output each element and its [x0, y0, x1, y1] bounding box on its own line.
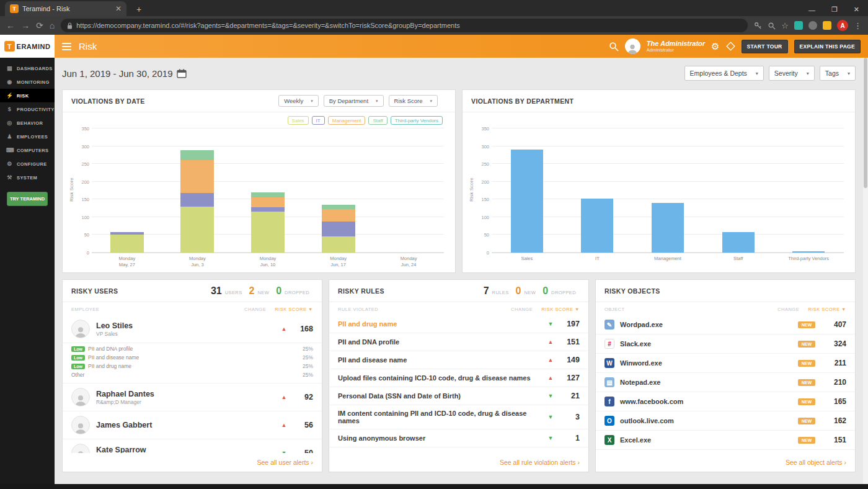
- sidebar-item-employees[interactable]: ♟EMPLOYEES: [0, 130, 55, 143]
- col-change[interactable]: CHANGE: [777, 307, 799, 312]
- sidebar-item-system[interactable]: ⚒SYSTEM: [0, 171, 55, 184]
- sidebar-item-productivity[interactable]: $PRODUCTIVITY: [0, 102, 55, 116]
- panel-title: RISKY USERS: [71, 287, 118, 295]
- user-row[interactable]: Kate SparrowCEO▼50: [63, 439, 322, 453]
- see-all-rule-alerts-link[interactable]: See all rule violation alerts: [500, 459, 576, 466]
- y-tick-label: 300: [474, 143, 489, 149]
- explain-page-button[interactable]: EXPLAIN THIS PAGE: [794, 40, 861, 53]
- bar[interactable]: [722, 128, 755, 253]
- bar[interactable]: [792, 128, 825, 253]
- legend-item-it[interactable]: IT: [312, 116, 325, 125]
- filter-dropdown-employees-depts[interactable]: Employees & Depts▾: [684, 66, 764, 81]
- try-teramind-button[interactable]: TRY TERAMIND: [7, 192, 48, 206]
- reload-icon[interactable]: ⟳: [36, 21, 43, 30]
- extension-icon[interactable]: [823, 21, 831, 30]
- user-row[interactable]: Leo StilesVP Sales▲168: [63, 315, 322, 343]
- risk-score-value: 56: [292, 421, 313, 429]
- user-row[interactable]: Raphael DantesR&amp;D Manager▲92: [63, 384, 322, 411]
- rule-row[interactable]: PII and DNA profile▲151: [329, 333, 588, 351]
- scrollbar-thumb[interactable]: [864, 58, 867, 188]
- bar[interactable]: [180, 128, 214, 253]
- col-change[interactable]: CHANGE: [511, 307, 533, 312]
- url-bar[interactable]: https://democompany.teramind.co/#/risk?a…: [61, 19, 748, 32]
- browser-menu-icon[interactable]: ⋮: [854, 21, 862, 30]
- search-icon[interactable]: [609, 42, 619, 52]
- settings-gear-icon[interactable]: ⚙: [711, 42, 719, 51]
- col-change[interactable]: CHANGE: [244, 307, 266, 312]
- start-tour-button[interactable]: START TOUR: [742, 40, 788, 53]
- key-icon[interactable]: [754, 22, 762, 30]
- window-maximize-icon[interactable]: ❐: [831, 6, 838, 14]
- page-scrollbar[interactable]: [863, 58, 868, 484]
- user-row[interactable]: James Gabbert▲56: [63, 411, 322, 439]
- bar[interactable]: [511, 128, 543, 253]
- object-row[interactable]: WWinword.exeNEW211: [596, 354, 855, 373]
- chart-dropdown-weekly[interactable]: Weekly▾: [278, 95, 319, 107]
- bar-slot: [303, 128, 374, 253]
- menu-toggle-icon[interactable]: [55, 35, 79, 58]
- breakdown-row: Other25%: [71, 370, 313, 379]
- legend-item-staff[interactable]: Staff: [368, 116, 387, 125]
- object-row[interactable]: #Slack.exeNEW324: [596, 334, 855, 354]
- chart-dropdown-risk-score[interactable]: Risk Score▾: [389, 95, 438, 107]
- object-name: www.facebook.com: [620, 398, 688, 405]
- legend-item-third-party-vendors[interactable]: Third-party Vendors: [391, 116, 443, 125]
- x-axis-label: MondayMay, 27: [92, 256, 162, 269]
- browser-tab[interactable]: T Teramind - Risk ✕: [5, 1, 126, 16]
- extension-icon[interactable]: [794, 21, 803, 30]
- window-close-icon[interactable]: ✕: [854, 6, 859, 14]
- sidebar-item-computers[interactable]: ⌨COMPUTERS: [0, 143, 55, 157]
- back-icon[interactable]: ←: [6, 21, 15, 30]
- forward-icon[interactable]: →: [21, 21, 30, 30]
- rule-row[interactable]: PII and drug name▼197: [329, 315, 588, 333]
- sidebar-item-behavior[interactable]: ◎BEHAVIOR: [0, 116, 55, 130]
- sidebar-item-dashboards[interactable]: ▤DASHBOARDS: [0, 61, 55, 75]
- bar[interactable]: [392, 128, 425, 253]
- legend-item-sales[interactable]: Sales: [288, 116, 309, 125]
- sidebar-item-risk[interactable]: ⚡RISK: [0, 89, 55, 102]
- user-avatar[interactable]: [625, 38, 640, 54]
- chart-dropdown-by-department[interactable]: By Department▾: [324, 95, 384, 107]
- wordpad-icon: ✎: [604, 320, 614, 330]
- object-name: Wordpad.exe: [620, 321, 668, 328]
- legend-item-management[interactable]: Management: [328, 116, 366, 125]
- col-risk-score[interactable]: RISK SCORE ▼: [541, 307, 580, 312]
- object-row[interactable]: ▤Notepad.exeNEW210: [596, 373, 855, 392]
- bookmark-star-icon[interactable]: ☆: [781, 21, 789, 30]
- rule-row[interactable]: Personal Data (SSN and Date of Birth)▼21: [329, 387, 588, 405]
- tab-close-icon[interactable]: ✕: [115, 4, 122, 13]
- object-row[interactable]: ✎Wordpad.exeNEW407: [596, 315, 855, 334]
- date-range-picker[interactable]: Jun 1, 2019 - Jun 30, 2019: [62, 68, 187, 79]
- sidebar-item-monitoring[interactable]: ◉MONITORING: [0, 75, 55, 89]
- bar[interactable]: [110, 128, 144, 253]
- rule-row[interactable]: IM content containing PII and ICD-10 cod…: [329, 405, 588, 429]
- configure-icon: ⚙: [6, 161, 13, 167]
- rule-row[interactable]: Upload files containing ICD-10 code, dru…: [329, 369, 588, 387]
- rule-row[interactable]: Using anonymous browser▼1: [329, 429, 588, 447]
- zoom-icon[interactable]: [768, 22, 776, 30]
- extension-icon[interactable]: [808, 21, 817, 30]
- see-all-user-alerts-link[interactable]: See all user alerts: [257, 459, 309, 466]
- rule-row[interactable]: PII and disease name▲149: [329, 351, 588, 369]
- col-risk-score[interactable]: RISK SCORE ▼: [808, 307, 846, 312]
- object-row[interactable]: Ooutlook.live.comNEW162: [596, 411, 855, 431]
- object-row[interactable]: XExcel.exeNEW151: [596, 431, 855, 450]
- sidebar-item-configure[interactable]: ⚙CONFIGURE: [0, 157, 55, 171]
- home-icon[interactable]: ⌂: [50, 21, 55, 30]
- user-info[interactable]: The Administrator Administrator: [647, 40, 705, 53]
- new-tab-button[interactable]: +: [133, 4, 145, 16]
- bar[interactable]: [581, 128, 613, 253]
- see-all-object-alerts-link[interactable]: See all object alerts: [786, 459, 843, 466]
- filter-dropdown-tags[interactable]: Tags▾: [820, 66, 856, 81]
- bar[interactable]: [322, 128, 355, 253]
- teramind-logo[interactable]: T ERAMIND: [0, 35, 55, 58]
- browser-profile-avatar[interactable]: A: [837, 20, 848, 31]
- avatar: [71, 444, 90, 453]
- filter-dropdown-severity[interactable]: Severity▾: [769, 66, 815, 81]
- window-minimize-icon[interactable]: —: [808, 6, 815, 14]
- object-row[interactable]: fwww.facebook.comNEW165: [596, 392, 855, 411]
- bar[interactable]: [652, 128, 684, 253]
- explore-diamond-icon[interactable]: [726, 42, 735, 51]
- col-risk-score[interactable]: RISK SCORE ▼: [275, 307, 313, 312]
- bar[interactable]: [251, 128, 285, 253]
